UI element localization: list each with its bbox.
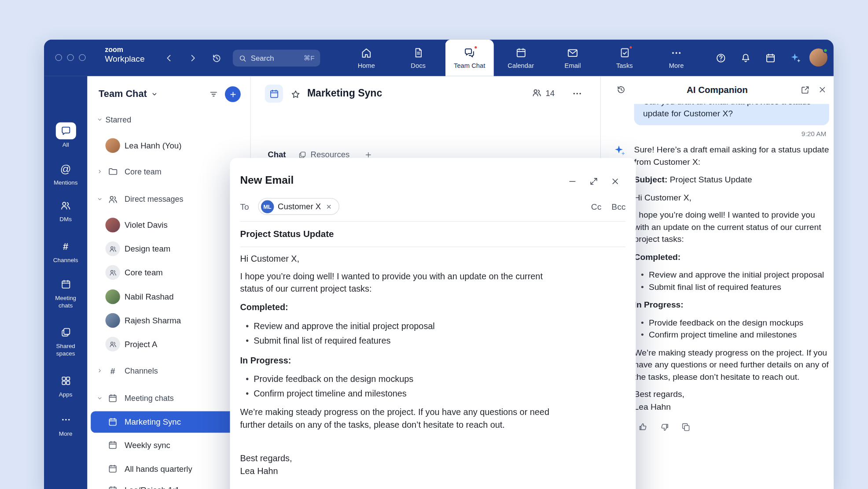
team-chat-menu[interactable]: Team Chat: [99, 89, 158, 100]
nav-more[interactable]: More: [652, 40, 701, 76]
notifications-button[interactable]: [738, 50, 754, 66]
close-icon: [818, 85, 827, 94]
chevron-right-icon: [95, 367, 104, 374]
nav-tasks[interactable]: Tasks: [600, 40, 649, 76]
section-direct-messages[interactable]: Direct messages: [91, 189, 247, 209]
help-icon: [715, 52, 727, 64]
section-starred[interactable]: Starred: [91, 109, 247, 130]
thumbs-up-button[interactable]: [636, 420, 650, 434]
group-avatar: [105, 241, 120, 256]
nav-email[interactable]: Email: [548, 40, 597, 76]
more-icon: [571, 88, 583, 100]
email-body-editor[interactable]: Hi Customer X, I hope you’re doing well!…: [240, 253, 566, 478]
rail-item-shared-spaces[interactable]: Shared spaces: [44, 324, 88, 356]
compose-toolbar: Send GIF: [230, 487, 636, 489]
star-button[interactable]: [288, 88, 302, 100]
timestamp: 9:20 AM: [614, 130, 826, 138]
rail-item-meeting-chats[interactable]: Meeting chats: [44, 276, 88, 308]
bcc-button[interactable]: Bcc: [611, 202, 625, 211]
group-avatar: [105, 265, 120, 280]
list-item-weekly-sync[interactable]: Weekly sync: [91, 435, 247, 455]
search-shortcut: ⌘F: [304, 54, 315, 62]
rail-item-more[interactable]: More: [44, 411, 88, 437]
search-input[interactable]: Search ⌘F: [233, 50, 320, 67]
list-item-all-hands[interactable]: All hands quarterly: [91, 459, 247, 479]
section-core-team-folder[interactable]: Core team: [91, 161, 247, 182]
hash-icon: #: [55, 238, 76, 255]
rail-item-mentions[interactable]: @ Mentions: [44, 160, 88, 186]
back-button[interactable]: [161, 50, 177, 66]
expand-icon: [589, 176, 599, 186]
close-modal-button[interactable]: [607, 173, 623, 189]
section-channels[interactable]: # Channels: [91, 360, 247, 381]
channel-more-button[interactable]: [569, 86, 585, 101]
nav-team-chat[interactable]: Team Chat: [445, 40, 494, 76]
section-meeting-chats[interactable]: Meeting chats: [91, 388, 247, 408]
close-ai-panel-button[interactable]: [814, 82, 830, 98]
history-icon: [616, 85, 626, 95]
history-button[interactable]: [209, 50, 224, 66]
nav-calendar[interactable]: Calendar: [497, 40, 545, 76]
window-controls: [55, 54, 85, 61]
list-item-rajesh-sharma[interactable]: Rajesh Sharma: [91, 310, 247, 330]
nav-docs[interactable]: Docs: [394, 40, 442, 76]
minimize-icon: [567, 176, 577, 186]
list-item-nabil-rashad[interactable]: Nabil Rashad: [91, 287, 247, 307]
people-icon: [105, 194, 120, 204]
online-status-dot: [823, 48, 828, 53]
window-close-button[interactable]: [55, 54, 62, 61]
ai-history-button[interactable]: [613, 82, 629, 98]
rail-item-all[interactable]: All: [44, 122, 88, 148]
chevron-right-icon: [95, 168, 104, 175]
avatar: [105, 138, 120, 153]
ai-feedback-bar: [636, 420, 829, 434]
list-item-lea-hanh[interactable]: Lea Hanh (You): [91, 135, 247, 156]
nav-home[interactable]: Home: [342, 40, 390, 76]
divider: [240, 221, 626, 222]
channel-avatar: [265, 85, 283, 103]
thumbs-up-icon: [638, 422, 648, 432]
window-minimize-button[interactable]: [67, 54, 74, 61]
logo-zoom: zoom: [105, 46, 144, 54]
window-zoom-button[interactable]: [79, 54, 85, 61]
modal-title: New Email: [240, 174, 294, 187]
list-item-violet-davis[interactable]: Violet Davis: [91, 215, 247, 235]
star-icon: [290, 89, 301, 100]
list-item-design-team[interactable]: Design team: [91, 239, 247, 259]
calendar-icon: [105, 440, 120, 450]
forward-button[interactable]: [185, 50, 201, 66]
copy-button[interactable]: [679, 420, 693, 434]
avatar[interactable]: [809, 48, 828, 67]
subject-field[interactable]: Project Status Update: [240, 229, 334, 239]
new-chat-button[interactable]: [225, 86, 241, 102]
cc-button[interactable]: Cc: [591, 202, 601, 211]
to-field[interactable]: To ML Customer X Cc Bcc: [240, 198, 626, 215]
expand-modal-button[interactable]: [585, 173, 602, 189]
list-item-core-team[interactable]: Core team: [91, 262, 247, 282]
ai-companion-button[interactable]: [787, 50, 803, 66]
rail-item-dms[interactable]: DMs: [44, 197, 88, 222]
chat-list-panel: Team Chat Starred Lea Hanh (You): [87, 76, 250, 489]
list-item-marketing-sync[interactable]: Marketing Sync: [91, 411, 247, 433]
chat-list-header: Team Chat: [87, 84, 250, 104]
rail-item-apps[interactable]: Apps: [44, 372, 88, 398]
chevron-down-icon: [95, 395, 104, 401]
rail-item-channels[interactable]: # Channels: [44, 238, 88, 263]
member-count-button[interactable]: 14: [532, 87, 555, 98]
avatar: [105, 218, 120, 232]
recipient-chip[interactable]: ML Customer X: [258, 198, 339, 215]
more-icon: [670, 47, 683, 59]
topbar: zoom Workplace Search ⌘F Home: [44, 40, 834, 76]
list-item-project-a[interactable]: Project A: [91, 334, 247, 354]
list-item-lea-rajesh[interactable]: Lea/Rajesh 1:1: [91, 480, 247, 489]
apps-icon: [55, 372, 76, 389]
thumbs-down-button[interactable]: [658, 420, 671, 434]
bell-icon: [740, 52, 751, 64]
filter-button[interactable]: [206, 86, 221, 102]
schedule-button[interactable]: [763, 50, 779, 66]
open-external-button[interactable]: [797, 82, 813, 98]
remove-recipient-button[interactable]: [325, 202, 333, 211]
plus-icon: [228, 90, 237, 98]
help-button[interactable]: [713, 50, 729, 66]
minimize-modal-button[interactable]: [564, 173, 581, 189]
